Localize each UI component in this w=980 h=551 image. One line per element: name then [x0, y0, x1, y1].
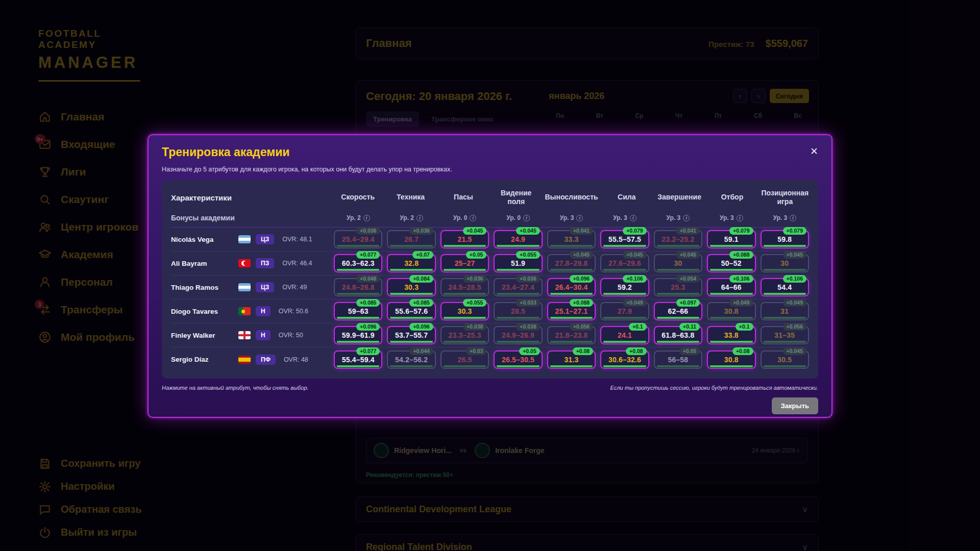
attribute-cell[interactable]: 21.5+0.045 — [440, 230, 489, 248]
info-icon[interactable]: i — [630, 215, 636, 221]
info-icon[interactable]: i — [737, 215, 743, 221]
info-icon[interactable]: i — [416, 215, 423, 221]
attribute-cell[interactable]: 30.6–32.6+0.08 — [600, 350, 649, 369]
bonus-badge: +0.096 — [356, 323, 380, 331]
bonus-badge: +0.11 — [679, 323, 700, 331]
attribute-cell[interactable]: 59.1+0.079 — [707, 230, 755, 248]
attribute-cell[interactable]: 24.9–26.9+0.038 — [494, 326, 542, 344]
attribute-cell[interactable]: 54.2–56.2+0.044 — [387, 350, 435, 369]
bonus-badge: +0.106 — [623, 275, 646, 283]
attribute-cell[interactable]: 27.9+0.049 — [600, 302, 649, 320]
flag-pt-icon — [238, 307, 251, 315]
attribute-cell[interactable]: 59.9–61.9+0.096 — [334, 326, 382, 344]
attribute-cell[interactable]: 27.8–29.8+0.045 — [547, 254, 596, 272]
attribute-cell[interactable]: 50–52+0.088 — [707, 254, 755, 272]
progress-bar — [444, 365, 486, 367]
progress-bar — [657, 293, 699, 295]
attribute-cell[interactable]: 26.5–30.5+0.05 — [494, 350, 542, 369]
position-badge: ПФ — [256, 355, 276, 365]
attribute-cell[interactable]: 23.2–25.2+0.041 — [654, 230, 702, 248]
attribute-cell[interactable]: 24.8–26.8+0.048 — [334, 278, 382, 296]
column-header: Выносливость — [545, 193, 598, 202]
player-row: Diogo TavaresНOVR: 50.659–63+0.08555.6–5… — [171, 299, 809, 323]
attribute-cell[interactable]: 24.1+0.1 — [600, 326, 649, 344]
info-icon[interactable]: i — [523, 215, 530, 221]
bonus-level-text: Ур. 3 — [613, 214, 627, 221]
attribute-value: 23.4–27.4 — [502, 283, 534, 291]
attribute-cell[interactable]: 61.8–63.8+0.11 — [654, 326, 702, 344]
close-button[interactable]: Закрыть — [772, 397, 818, 414]
attribute-cell[interactable]: 28.5+0.033 — [494, 302, 542, 320]
bonus-badge: +0.033 — [516, 299, 540, 307]
progress-bar — [550, 341, 593, 343]
attribute-cell[interactable]: 25.3+0.054 — [654, 278, 702, 296]
attribute-cell[interactable]: 26.7+0.036 — [387, 230, 435, 248]
attribute-value: 25–27 — [455, 259, 475, 267]
attribute-cell[interactable]: 51.9+0.055 — [494, 254, 542, 272]
progress-bar — [497, 341, 539, 343]
progress-bar — [550, 365, 593, 367]
attribute-cell[interactable]: 31+0.049 — [761, 302, 809, 320]
attribute-cell[interactable]: 55.6–57.6+0.085 — [387, 302, 435, 320]
attribute-cell[interactable]: 55.4–59.4+0.077 — [334, 350, 382, 369]
bonus-badge: +0.077 — [356, 251, 380, 259]
attribute-cell[interactable]: 55.5–57.5+0.079 — [600, 230, 649, 248]
attribute-cell[interactable]: 59–63+0.085 — [334, 302, 382, 320]
attribute-cell[interactable]: 23.3–25.3+0.038 — [440, 326, 489, 344]
attribute-cell[interactable]: 33.8+0.1 — [707, 326, 755, 344]
bonus-badge: +0.055 — [516, 251, 540, 259]
attribute-cell[interactable]: 27.6–29.6+0.045 — [600, 254, 649, 272]
attribute-cell[interactable]: 23.4–27.4+0.036 — [494, 278, 542, 296]
attribute-cell[interactable]: 21.8–23.8+0.056 — [547, 326, 596, 344]
info-icon[interactable]: i — [576, 215, 583, 221]
attribute-cell[interactable]: 30.8+0.049 — [707, 302, 755, 320]
attribute-cell[interactable]: 53.7–55.7+0.096 — [387, 326, 435, 344]
bonus-badge: +0.05 — [466, 251, 487, 259]
attribute-cell[interactable]: 30.5+0.045 — [761, 350, 809, 369]
progress-bar — [497, 245, 539, 247]
attribute-cell[interactable]: 56–58+0.05 — [654, 350, 702, 369]
attribute-cell[interactable]: 59.8+0.079 — [761, 230, 809, 248]
attribute-cell[interactable]: 59.2+0.106 — [600, 278, 649, 296]
info-icon[interactable]: i — [470, 215, 476, 221]
close-icon[interactable]: ✕ — [810, 145, 818, 157]
attribute-cell[interactable]: 24.5–28.5+0.036 — [440, 278, 489, 296]
attribute-cell[interactable]: 32.8+0.07 — [387, 254, 435, 272]
progress-bar — [390, 245, 432, 247]
attribute-cell[interactable]: 60.3–62.3+0.077 — [334, 254, 382, 272]
bonus-badge: +0.049 — [623, 299, 646, 307]
academy-bonus-level: Ур. 2i — [387, 214, 435, 221]
bonus-level-text: Ур. 3 — [667, 214, 681, 221]
attribute-cell[interactable]: 26.4–30.4+0.096 — [547, 278, 596, 296]
progress-bar — [603, 317, 646, 319]
attribute-cell[interactable]: 30.3+0.084 — [387, 278, 435, 296]
progress-bar — [657, 245, 699, 247]
attribute-value: 27.9 — [618, 307, 632, 315]
attribute-cell[interactable]: 54.4+0.106 — [761, 278, 809, 296]
info-icon[interactable]: i — [683, 215, 690, 221]
attribute-cell[interactable]: 31–35+0.056 — [761, 326, 809, 344]
attribute-cell[interactable]: 30.3+0.055 — [440, 302, 489, 320]
bonus-level-text: Ур. 0 — [506, 214, 521, 221]
attribute-cell[interactable]: 25.1–27.1+0.088 — [547, 302, 596, 320]
attribute-cell[interactable]: 64–66+0.106 — [707, 278, 755, 296]
attribute-value: 33.8 — [724, 331, 739, 339]
attribute-cell[interactable]: 30.8+0.08 — [707, 350, 755, 369]
attribute-cell[interactable]: 62–66+0.097 — [654, 302, 702, 320]
attribute-value: 31–35 — [774, 331, 795, 339]
progress-bar — [603, 365, 646, 367]
progress-bar — [710, 293, 752, 295]
attribute-cell[interactable]: 26.5+0.03 — [440, 350, 489, 369]
bonus-badge: +0.045 — [463, 227, 486, 235]
progress-bar — [550, 317, 593, 319]
info-icon[interactable]: i — [790, 215, 796, 221]
attribute-cell[interactable]: 25–27+0.05 — [440, 254, 489, 272]
attribute-cell[interactable]: 30+0.045 — [761, 254, 809, 272]
info-icon[interactable]: i — [363, 215, 370, 221]
attribute-cell[interactable]: 30+0.045 — [654, 254, 702, 272]
attribute-cell[interactable]: 24.9+0.045 — [494, 230, 542, 248]
attribute-cell[interactable]: 33.3+0.041 — [547, 230, 596, 248]
attribute-cell[interactable]: 31.3+0.08 — [547, 350, 596, 369]
attribute-cell[interactable]: 25.4–29.4+0.036 — [334, 230, 382, 248]
bonus-badge: +0.045 — [516, 227, 540, 235]
